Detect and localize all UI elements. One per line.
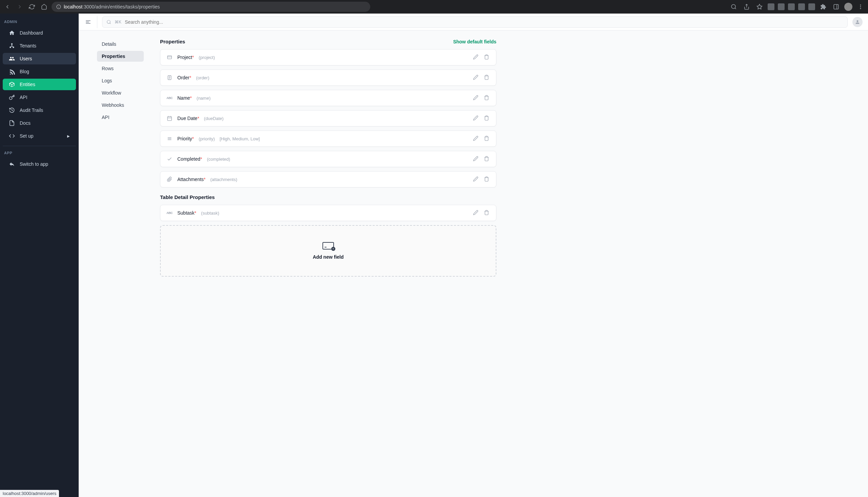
content: Details Properties Rows Logs Workflow We…: [79, 30, 868, 497]
subnav-item-webhooks[interactable]: Webhooks: [97, 100, 144, 111]
sidebar-item-entities[interactable]: Entities: [3, 79, 76, 90]
panel-title: Properties: [160, 39, 185, 44]
address-bar[interactable]: localhost:3000/admin/entities/tasks/prop…: [52, 2, 370, 12]
property-row[interactable]: ABC Subtask* (subtask): [160, 205, 496, 221]
extension-icon[interactable]: [798, 3, 805, 10]
sidebar-item-audit[interactable]: Audit Trails: [3, 104, 76, 116]
rss-icon: [9, 69, 15, 74]
extensions-icon[interactable]: [819, 2, 828, 12]
sidebar-label: Users: [20, 56, 32, 61]
sidebar-label: Blog: [20, 69, 29, 74]
extension-icon[interactable]: [808, 3, 815, 10]
delete-icon[interactable]: [484, 54, 490, 60]
property-type-icon: [167, 74, 173, 81]
status-bar: localhost:3000/admin/users: [0, 490, 59, 497]
sidebar-item-setup[interactable]: Set up ▶: [3, 130, 76, 142]
delete-icon[interactable]: [484, 210, 490, 216]
edit-icon[interactable]: [473, 95, 479, 101]
search-bar[interactable]: ⌘K: [102, 16, 848, 28]
user-avatar[interactable]: [852, 17, 863, 27]
delete-icon[interactable]: [484, 136, 490, 142]
sidebar-item-docs[interactable]: Docs: [3, 117, 76, 129]
sidebar-item-switch[interactable]: Switch to app: [3, 158, 76, 170]
forward-button[interactable]: [15, 2, 25, 12]
reload-button[interactable]: [27, 2, 37, 12]
property-row[interactable]: Due Date* (dueDate): [160, 110, 496, 126]
add-field-label: Add new field: [313, 254, 344, 260]
delete-icon[interactable]: [484, 95, 490, 101]
property-row[interactable]: Completed* (completed): [160, 151, 496, 167]
share-icon[interactable]: [742, 2, 751, 12]
sidebar-label: Dashboard: [20, 30, 43, 36]
svg-rect-25: [168, 117, 172, 121]
add-field-button[interactable]: Add new field: [160, 225, 496, 276]
property-type-icon: [167, 176, 173, 182]
svg-point-8: [860, 4, 861, 5]
property-row[interactable]: ABC Name* (name): [160, 90, 496, 106]
delete-icon[interactable]: [484, 115, 490, 122]
extension-icon[interactable]: [768, 3, 774, 10]
search-input[interactable]: [125, 19, 843, 25]
home-icon: [9, 30, 15, 36]
info-icon: [56, 4, 61, 9]
edit-icon[interactable]: [473, 156, 479, 162]
search-shortcut: ⌘K: [115, 20, 122, 25]
property-row[interactable]: Attachments* (attachments): [160, 171, 496, 187]
detail-section-title: Table Detail Properties: [160, 194, 496, 200]
property-row[interactable]: Priority* (priority) [High, Medium, Low]: [160, 130, 496, 147]
sidebar-label: Switch to app: [20, 161, 48, 167]
sidebar: ADMIN Dashboard Tenants Users Blog Entit…: [0, 14, 79, 497]
star-icon[interactable]: [755, 2, 764, 12]
delete-icon[interactable]: [484, 156, 490, 162]
menu-toggle[interactable]: [84, 18, 92, 26]
sidebar-item-dashboard[interactable]: Dashboard: [3, 27, 76, 39]
edit-icon[interactable]: [473, 210, 479, 216]
property-row[interactable]: Order* (order): [160, 70, 496, 86]
property-label: Name*: [177, 95, 192, 101]
property-label: Due Date*: [177, 116, 199, 121]
edit-icon[interactable]: [473, 115, 479, 122]
sidebar-section-app: APP: [0, 150, 79, 158]
svg-point-10: [860, 8, 861, 9]
panel-icon[interactable]: [831, 2, 841, 12]
show-default-link[interactable]: Show default fields: [453, 39, 496, 44]
sidebar-item-users[interactable]: Users: [3, 53, 76, 65]
home-button[interactable]: [39, 2, 49, 12]
sidebar-section-admin: ADMIN: [0, 18, 79, 26]
reply-icon: [9, 161, 15, 167]
sidebar-item-api[interactable]: API: [3, 91, 76, 103]
extension-icon[interactable]: [788, 3, 795, 10]
sidebar-item-tenants[interactable]: Tenants: [3, 40, 76, 52]
svg-rect-19: [168, 56, 172, 59]
subnav-item-workflow[interactable]: Workflow: [97, 87, 144, 98]
edit-icon[interactable]: [473, 54, 479, 60]
property-type-icon: ABC: [167, 95, 173, 101]
edit-icon[interactable]: [473, 136, 479, 142]
sidebar-label: Audit Trails: [20, 108, 43, 113]
search-icon: [106, 20, 111, 25]
sidebar-item-blog[interactable]: Blog: [3, 66, 76, 77]
delete-icon[interactable]: [484, 74, 490, 81]
subnav-item-properties[interactable]: Properties: [97, 51, 144, 62]
property-row[interactable]: Project* (project): [160, 49, 496, 66]
svg-point-9: [860, 6, 861, 8]
delete-icon[interactable]: [484, 176, 490, 182]
divider: [97, 16, 97, 28]
chevron-right-icon: ▶: [67, 134, 70, 138]
profile-avatar[interactable]: [844, 3, 852, 11]
subnav-item-details[interactable]: Details: [97, 39, 144, 49]
browser-chrome: localhost:3000/admin/entities/tasks/prop…: [0, 0, 868, 14]
subnav-item-api[interactable]: API: [97, 112, 144, 123]
subnav-item-logs[interactable]: Logs: [97, 75, 144, 86]
chrome-search-icon[interactable]: [729, 2, 739, 12]
property-options: [High, Medium, Low]: [220, 136, 260, 141]
subnav-item-rows[interactable]: Rows: [97, 63, 144, 74]
property-type-icon: ABC: [167, 210, 173, 216]
sidebar-label: Tenants: [20, 43, 36, 48]
extension-icon[interactable]: [778, 3, 785, 10]
property-slug: (order): [196, 75, 209, 80]
edit-icon[interactable]: [473, 74, 479, 81]
edit-icon[interactable]: [473, 176, 479, 182]
back-button[interactable]: [3, 2, 12, 12]
menu-icon[interactable]: [856, 2, 865, 12]
